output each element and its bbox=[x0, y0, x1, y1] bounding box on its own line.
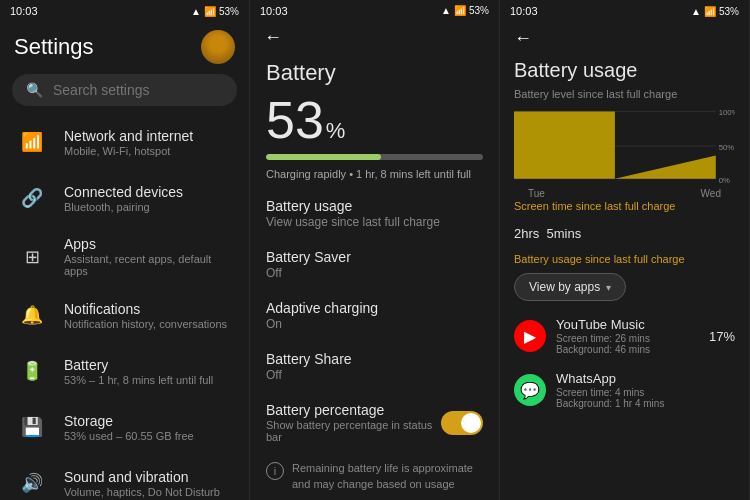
battery-percentage-toggle[interactable] bbox=[441, 411, 483, 435]
network-icon: 📶 bbox=[14, 124, 50, 160]
adaptive-charging-sub: On bbox=[266, 317, 483, 331]
svg-text:50%: 50% bbox=[719, 143, 735, 152]
wa-app-sub: Screen time: 4 minsBackground: 1 hr 4 mi… bbox=[556, 387, 725, 409]
wifi-icon-2: ▲ bbox=[441, 5, 451, 16]
battery-saver-option[interactable]: Battery Saver Off bbox=[250, 239, 499, 290]
battery-charging-text: Charging rapidly • 1 hr, 8 mins left unt… bbox=[250, 164, 499, 188]
youtube-music-icon: ▶ bbox=[514, 320, 546, 352]
wa-usage-text: WhatsApp Screen time: 4 minsBackground: … bbox=[556, 371, 725, 409]
signal-icon-2: 📶 bbox=[454, 5, 466, 16]
battery-big-number: 53 bbox=[266, 94, 324, 146]
battery-icon-2: 53% bbox=[469, 5, 489, 16]
sound-text: Sound and vibration Volume, haptics, Do … bbox=[64, 469, 235, 498]
apps-text: Apps Assistant, recent apps, default app… bbox=[64, 236, 235, 277]
yt-pct: 17% bbox=[709, 329, 735, 344]
svg-text:0%: 0% bbox=[719, 176, 730, 185]
app-usage-wa[interactable]: 💬 WhatsApp Screen time: 4 minsBackground… bbox=[500, 363, 749, 417]
battery-percentage-sub: Show battery percentage in status bar bbox=[266, 419, 441, 443]
wifi-icon-3: ▲ bbox=[691, 6, 701, 17]
yt-usage-text: YouTube Music Screen time: 26 minsBackgr… bbox=[556, 317, 699, 355]
battery-text: Battery 53% – 1 hr, 8 mins left until fu… bbox=[64, 357, 235, 386]
since-last-charge-label: Battery level since last full charge bbox=[500, 86, 749, 106]
status-icons-2: ▲ 📶 53% bbox=[441, 5, 489, 16]
yt-app-sub: Screen time: 26 minsBackground: 46 mins bbox=[556, 333, 699, 355]
sidebar-item-sound[interactable]: 🔊 Sound and vibration Volume, haptics, D… bbox=[0, 455, 249, 500]
battery-chart: 100% 50% 0% Tue Wed bbox=[514, 106, 735, 186]
storage-text: Storage 53% used – 60.55 GB free bbox=[64, 413, 235, 442]
storage-sub: 53% used – 60.55 GB free bbox=[64, 430, 235, 442]
notifications-text: Notifications Notification history, conv… bbox=[64, 301, 235, 330]
battery-sub: 53% – 1 hr, 8 mins left until full bbox=[64, 374, 235, 386]
chart-label-tue: Tue bbox=[528, 188, 545, 199]
battery-share-label: Battery Share bbox=[266, 351, 483, 367]
battery-title-s: Battery bbox=[64, 357, 235, 373]
battery-usage-panel: 10:03 ▲ 📶 53% ← Battery usage Battery le… bbox=[500, 0, 750, 500]
back-button-2[interactable]: ← bbox=[250, 21, 499, 54]
battery-share-sub: Off bbox=[266, 368, 483, 382]
storage-title: Storage bbox=[64, 413, 235, 429]
battery-panel: 10:03 ▲ 📶 53% ← Battery 53 % Charging ra… bbox=[250, 0, 500, 500]
info-icon: i bbox=[266, 462, 284, 480]
signal-icon-3: 📶 bbox=[704, 6, 716, 17]
settings-panel: 10:03 ▲ 📶 53% Settings 🔍 📶 Network and i… bbox=[0, 0, 250, 500]
time-2: 10:03 bbox=[260, 5, 288, 17]
notifications-sub: Notification history, conversations bbox=[64, 318, 235, 330]
battery-bar-fill bbox=[266, 154, 381, 160]
yt-app-name: YouTube Music bbox=[556, 317, 699, 332]
notifications-icon: 🔔 bbox=[14, 297, 50, 333]
svg-text:100%: 100% bbox=[719, 108, 735, 117]
sidebar-item-notifications[interactable]: 🔔 Notifications Notification history, co… bbox=[0, 287, 249, 343]
usage-since-label: Battery usage since last full charge bbox=[500, 247, 749, 269]
battery-saver-label: Battery Saver bbox=[266, 249, 483, 265]
back-button-3[interactable]: ← bbox=[500, 22, 749, 55]
settings-header: Settings bbox=[0, 22, 249, 70]
adaptive-charging-label: Adaptive charging bbox=[266, 300, 483, 316]
battery-pct-symbol: % bbox=[326, 118, 346, 144]
screen-time-value: 2hrs 5mins bbox=[514, 214, 735, 245]
sound-title: Sound and vibration bbox=[64, 469, 235, 485]
battery-icon-1: 53% bbox=[219, 6, 239, 17]
connected-devices-icon: 🔗 bbox=[14, 180, 50, 216]
sound-icon: 🔊 bbox=[14, 465, 50, 500]
apps-icon: ⊞ bbox=[14, 239, 50, 275]
svg-marker-3 bbox=[514, 111, 716, 178]
adaptive-charging-option[interactable]: Adaptive charging On bbox=[250, 290, 499, 341]
time-1: 10:03 bbox=[10, 5, 38, 17]
sidebar-item-connected-devices[interactable]: 🔗 Connected devices Bluetooth, pairing bbox=[0, 170, 249, 226]
screen-time-mins-unit: mins bbox=[554, 226, 581, 241]
view-by-apps-label: View by apps bbox=[529, 280, 600, 294]
avatar[interactable] bbox=[201, 30, 235, 64]
view-by-apps-button[interactable]: View by apps ▾ bbox=[514, 273, 626, 301]
apps-title: Apps bbox=[64, 236, 235, 252]
sidebar-item-apps[interactable]: ⊞ Apps Assistant, recent apps, default a… bbox=[0, 226, 249, 287]
settings-title: Settings bbox=[14, 34, 94, 60]
network-title: Network and internet bbox=[64, 128, 235, 144]
battery-info-row: i Remaining battery life is approximate … bbox=[250, 453, 499, 500]
sound-sub: Volume, haptics, Do Not Disturb bbox=[64, 486, 235, 498]
battery-page-title: Battery bbox=[250, 54, 499, 90]
chart-svg: 100% 50% 0% bbox=[514, 106, 735, 186]
battery-settings-icon: 🔋 bbox=[14, 353, 50, 389]
settings-list: 📶 Network and internet Mobile, Wi-Fi, ho… bbox=[0, 114, 249, 500]
battery-usage-option[interactable]: Battery usage View usage since last full… bbox=[250, 188, 499, 239]
sidebar-item-storage[interactable]: 💾 Storage 53% used – 60.55 GB free bbox=[0, 399, 249, 455]
network-sub: Mobile, Wi-Fi, hotspot bbox=[64, 145, 235, 157]
search-icon: 🔍 bbox=[26, 82, 43, 98]
status-icons-3: ▲ 📶 53% bbox=[691, 6, 739, 17]
sidebar-item-battery[interactable]: 🔋 Battery 53% – 1 hr, 8 mins left until … bbox=[0, 343, 249, 399]
chart-labels: Tue Wed bbox=[514, 188, 735, 199]
screen-time-label: Screen time since last full charge bbox=[514, 200, 735, 212]
battery-share-option[interactable]: Battery Share Off bbox=[250, 341, 499, 392]
search-bar[interactable]: 🔍 bbox=[12, 74, 237, 106]
wa-app-name: WhatsApp bbox=[556, 371, 725, 386]
toggle-knob bbox=[461, 413, 481, 433]
sidebar-item-network[interactable]: 📶 Network and internet Mobile, Wi-Fi, ho… bbox=[0, 114, 249, 170]
battery-info-text: Remaining battery life is approximate an… bbox=[292, 461, 483, 492]
avatar-image bbox=[201, 30, 235, 64]
battery-bar-bg bbox=[266, 154, 483, 160]
app-usage-yt[interactable]: ▶ YouTube Music Screen time: 26 minsBack… bbox=[500, 309, 749, 363]
signal-icon: 📶 bbox=[204, 6, 216, 17]
search-input[interactable] bbox=[53, 82, 228, 98]
connected-devices-title: Connected devices bbox=[64, 184, 235, 200]
battery-usage-title: Battery usage bbox=[500, 55, 749, 86]
